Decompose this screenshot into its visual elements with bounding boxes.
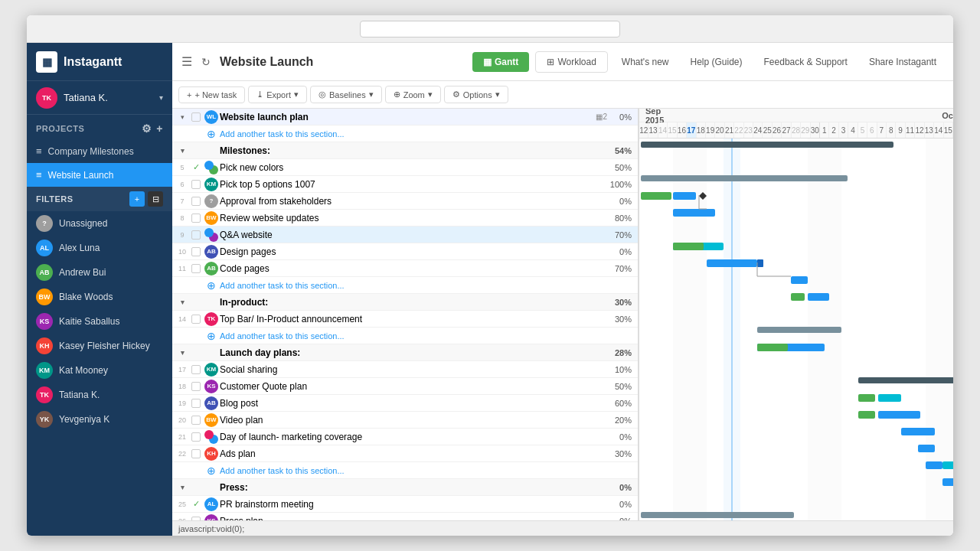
export-button[interactable]: ⤓ Export ▾ [248, 86, 307, 103]
table-row[interactable]: 20 BW Video plan 20% [172, 412, 638, 429]
refresh-icon[interactable]: ↻ [201, 56, 211, 68]
add-task-link[interactable]: Add another task to this section... [220, 331, 586, 341]
help-button[interactable]: Help (Guide) [683, 52, 750, 72]
section-expand-icon[interactable]: ▾ [175, 147, 189, 155]
section-percent: 54% [607, 146, 635, 155]
checkbox[interactable] [189, 214, 203, 223]
date-cell: 11 [906, 122, 915, 138]
workload-button[interactable]: ⊞ Workload [535, 51, 607, 73]
checkbox[interactable] [189, 365, 203, 374]
filter-kaitie[interactable]: KS Kaitie Saballus [27, 309, 172, 334]
checkbox[interactable] [189, 432, 203, 442]
task-name: Customer Quote plan [220, 381, 586, 392]
checkbox[interactable] [189, 264, 203, 273]
options-icon: ⚙ [452, 90, 460, 99]
table-row[interactable]: ⊕ Add another task to this section... [172, 462, 638, 479]
checkbox[interactable] [189, 180, 203, 189]
filter-icon-settings[interactable]: ⊟ [148, 191, 163, 207]
filter-name: Unassigned [59, 218, 107, 229]
filter-tatiana[interactable]: TK Tatiana K. [27, 383, 172, 407]
table-row[interactable]: 6 KM Pick top 5 options 1007 100% [172, 176, 638, 193]
table-row[interactable]: 25 ✓ AL PR brainstorm meeting 0% [172, 496, 638, 513]
table-row[interactable]: 11 AB Code pages 70% [172, 260, 638, 277]
expand-icon[interactable]: ▾ [175, 113, 189, 121]
checkbox[interactable] [189, 382, 203, 391]
gantt-icon: ▦ [483, 57, 492, 67]
add-project-icon[interactable]: + [156, 122, 163, 135]
zoom-button[interactable]: ⊕ Zoom ▾ [385, 86, 441, 103]
split-view: ▾ WL Website launch plan ▦2 0% ⊕ Add ano… [172, 109, 953, 520]
add-task-link[interactable]: Add another task to this section... [220, 281, 586, 290]
date-cell: 30 [811, 122, 820, 138]
sidebar-item-company-milestones[interactable]: ≡ Company Milestones [27, 139, 172, 163]
table-row[interactable]: 22 KH Ads plan 30% [172, 445, 638, 462]
section-launch-day[interactable]: ▾ Launch day plans: 28% [172, 344, 638, 361]
task-name: Q&A website [220, 230, 586, 240]
menu-icon[interactable]: ☰ [181, 54, 192, 69]
svg-rect-11 [673, 209, 715, 217]
feedback-button[interactable]: Feedback & Support [756, 52, 855, 72]
checkbox[interactable] [189, 197, 203, 206]
table-row[interactable]: ▾ WL Website launch plan ▦2 0% [172, 109, 638, 126]
gantt-button[interactable]: ▦ Gantt [472, 52, 529, 72]
section-expand-icon[interactable]: ▾ [175, 349, 189, 357]
new-task-button[interactable]: + + New task [178, 86, 245, 103]
settings-icon[interactable]: ⚙ [142, 122, 152, 135]
filter-icon-add[interactable]: + [129, 191, 145, 207]
task-name: Blog post [220, 398, 586, 409]
section-in-product[interactable]: ▾ In-product: 30% [172, 294, 638, 311]
table-row[interactable]: 19 AB Blog post 60% [172, 395, 638, 412]
sidebar-item-website-launch[interactable]: ≡ Website Launch [27, 163, 172, 187]
filter-kat[interactable]: KM Kat Mooney [27, 358, 172, 383]
table-row[interactable]: ⊕ Add another task to this section... [172, 126, 638, 142]
gantt-chart[interactable]: Sep 2015 Oc 12 13 14 15 16 17 18 [639, 109, 953, 520]
whats-new-button[interactable]: What's new [614, 52, 677, 72]
filter-andrew-bui[interactable]: AB Andrew Bui [27, 260, 172, 285]
baselines-button[interactable]: ◎ Baselines ▾ [310, 86, 382, 103]
table-row[interactable]: 14 TK Top Bar/ In-Product announcement 3… [172, 311, 638, 328]
section-expand-icon[interactable]: ▾ [175, 484, 189, 491]
checkbox[interactable] [189, 449, 203, 458]
filter-kasey[interactable]: KH Kasey Fleisher Hickey [27, 334, 172, 358]
title-search-input[interactable] [360, 21, 620, 37]
add-task-link[interactable]: Add another task to this section... [220, 129, 586, 139]
filter-yevgeniya[interactable]: YK Yevgeniya K [27, 407, 172, 432]
projects-header: PROJECTS ⚙ + [27, 115, 172, 139]
options-button[interactable]: ⚙ Options ▾ [444, 86, 508, 103]
add-task-link[interactable]: Add another task to this section... [220, 466, 586, 475]
checkbox[interactable] [189, 416, 203, 425]
section-milestones[interactable]: ▾ Milestones: 54% [172, 142, 638, 159]
filter-alex-luna[interactable]: AL Alex Luna [27, 236, 172, 260]
checkbox[interactable] [189, 247, 203, 256]
table-row[interactable]: ⊕ Add another task to this section... [172, 328, 638, 344]
table-row[interactable]: 21 Day of launch- marketing coverage 0% [172, 429, 638, 445]
table-row[interactable]: 7 ? Approval from stakeholders 0% [172, 193, 638, 210]
sidebar-logo: ▦ [36, 51, 57, 73]
checkbox[interactable]: ✓ [189, 499, 203, 509]
table-row[interactable]: 18 KS Customer Quote plan 50% [172, 378, 638, 395]
section-press[interactable]: ▾ Press: 0% [172, 479, 638, 496]
filter-name: Alex Luna [59, 243, 100, 253]
sidebar-user[interactable]: TK Tatiana K. ▾ [27, 81, 172, 115]
table-row[interactable]: ⊕ Add another task to this section... [172, 277, 638, 294]
date-cell: 13 [925, 122, 934, 138]
export-icon: ⤓ [256, 90, 263, 99]
table-row[interactable]: 8 BW Review website updates 80% [172, 210, 638, 227]
table-row[interactable]: 17 KM Social sharing 10% [172, 361, 638, 378]
filter-blake-woods[interactable]: BW Blake Woods [27, 285, 172, 309]
task-percent: 30% [607, 315, 635, 324]
table-row[interactable]: 10 AB Design pages 0% [172, 243, 638, 260]
checkbox[interactable] [189, 399, 203, 408]
options-dropdown-icon: ▾ [495, 90, 500, 99]
checkbox[interactable] [189, 112, 203, 122]
table-row[interactable]: 5 ✓ Pick new colors 50% [172, 159, 638, 176]
table-row[interactable]: 9 Q&A website 70% [172, 227, 638, 243]
filter-icons: + ⊟ [129, 191, 163, 207]
checkbox[interactable] [189, 315, 203, 324]
share-button[interactable]: Share Instagantt [861, 52, 944, 72]
table-row[interactable]: 26 KS Press plan 0% [172, 513, 638, 520]
filter-unassigned[interactable]: ? Unassigned [27, 211, 172, 236]
checkbox[interactable]: ✓ [189, 162, 203, 172]
section-expand-icon[interactable]: ▾ [175, 298, 189, 306]
checkbox[interactable] [189, 230, 203, 240]
